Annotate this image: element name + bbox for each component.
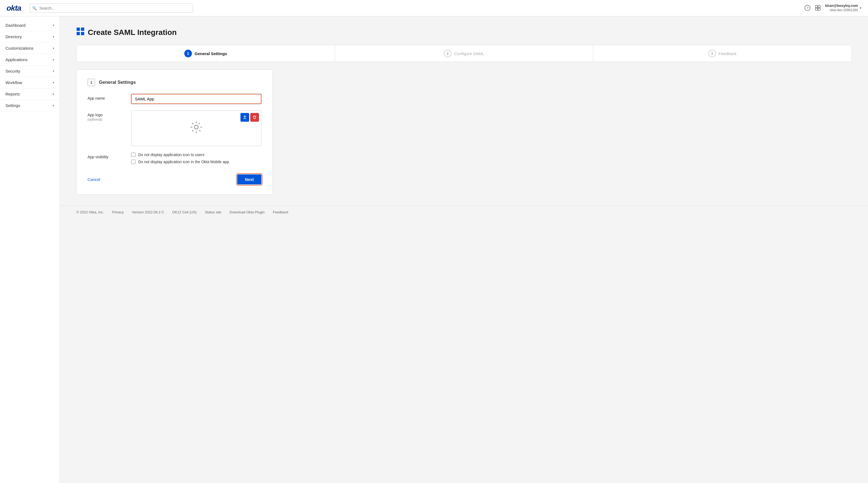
chevron-down-icon: ▾ xyxy=(53,81,54,85)
sidebar-item-reports[interactable]: Reports ▾ xyxy=(0,88,60,100)
sidebar-label-reports: Reports xyxy=(5,92,20,96)
svg-rect-2 xyxy=(815,5,817,8)
logo-upload-control xyxy=(131,111,261,146)
optional-text: (optional) xyxy=(88,117,102,121)
visibility-option-2-row: Do not display application icon in the O… xyxy=(131,160,261,164)
visibility-checkbox-1[interactable] xyxy=(131,152,135,157)
svg-rect-7 xyxy=(81,28,84,31)
chevron-down-icon: ▾ xyxy=(53,24,54,27)
svg-rect-6 xyxy=(76,28,80,31)
section-title: General Settings xyxy=(99,80,136,85)
user-chevron-icon: ▾ xyxy=(860,6,862,10)
form-card: 1 General Settings App name App logo (op… xyxy=(76,69,273,195)
topnav-right: ? kiran@boxyhq.com okta-dev-20901260 ▾ xyxy=(804,4,862,12)
user-email: kiran@boxyhq.com xyxy=(825,4,858,8)
visibility-checkbox-2[interactable] xyxy=(131,160,135,164)
wizard-step-1[interactable]: 1 General Settings xyxy=(76,45,335,62)
grid-icon-button[interactable] xyxy=(815,5,821,11)
sidebar-item-security[interactable]: Security ▾ xyxy=(0,65,60,77)
cancel-button[interactable]: Cancel xyxy=(88,177,100,182)
app-logo-label: App logo (optional) xyxy=(88,111,126,121)
main-layout: Dashboard ▾ Directory ▾ Customizations ▾… xyxy=(0,0,868,483)
app-name-row: App name xyxy=(88,94,261,104)
sidebar-label-customizations: Customizations xyxy=(5,46,34,51)
chevron-down-icon: ▾ xyxy=(53,104,54,108)
okta-logo: okta xyxy=(6,4,21,12)
footer-download-link[interactable]: Download Okta Plugin xyxy=(229,210,265,214)
app-visibility-row: App visibility Do not display applicatio… xyxy=(88,152,261,167)
footer-copyright: © 2022 Okta, Inc. xyxy=(76,210,104,214)
sidebar-label-settings: Settings xyxy=(5,103,20,108)
visibility-option-1-label: Do not display application icon to users xyxy=(138,152,205,157)
chevron-down-icon: ▾ xyxy=(53,69,54,73)
footer-feedback-link[interactable]: Feedback xyxy=(273,210,288,214)
step-2-label: Configure SAML xyxy=(454,51,484,56)
user-menu[interactable]: kiran@boxyhq.com okta-dev-20901260 ▾ xyxy=(825,4,862,12)
search-bar: 🔍 xyxy=(29,4,193,13)
wizard-step-2[interactable]: 2 Configure SAML xyxy=(335,45,593,62)
app-logo-row: App logo (optional) xyxy=(88,111,261,146)
sidebar-label-workflow: Workflow xyxy=(5,80,22,85)
next-button[interactable]: Next xyxy=(237,174,261,184)
logo-upload-area xyxy=(131,111,261,146)
svg-rect-4 xyxy=(815,8,817,10)
sidebar-item-customizations[interactable]: Customizations ▾ xyxy=(0,42,60,54)
sidebar-item-dashboard[interactable]: Dashboard ▾ xyxy=(0,20,60,31)
sidebar-item-settings[interactable]: Settings ▾ xyxy=(0,100,60,111)
sidebar-item-workflow[interactable]: Workflow ▾ xyxy=(0,77,60,88)
wizard-step-3[interactable]: 3 Feedback xyxy=(593,45,851,62)
page-header: Create SAML Integration xyxy=(76,27,851,37)
svg-rect-8 xyxy=(76,32,80,35)
gear-icon xyxy=(190,121,202,136)
action-row: Cancel Next xyxy=(88,174,261,184)
chevron-down-icon: ▾ xyxy=(53,35,54,39)
sidebar-item-directory[interactable]: Directory ▾ xyxy=(0,31,60,42)
footer-version: Version 2022.06.2 C xyxy=(132,210,164,214)
step-3-label: Feedback xyxy=(719,51,737,56)
sidebar-label-security: Security xyxy=(5,69,20,74)
svg-rect-9 xyxy=(81,32,84,35)
app-visibility-label: App visibility xyxy=(88,152,126,159)
footer-privacy-link[interactable]: Privacy xyxy=(112,210,124,214)
step-3-number: 3 xyxy=(708,50,716,57)
chevron-down-icon: ▾ xyxy=(53,92,54,96)
search-icon: 🔍 xyxy=(32,6,37,10)
svg-text:?: ? xyxy=(806,6,808,10)
step-2-number: 2 xyxy=(444,50,452,57)
logo-delete-button[interactable] xyxy=(250,113,259,122)
app-name-label: App name xyxy=(88,94,126,101)
form-card-header: 1 General Settings xyxy=(88,79,261,86)
main-content: Create SAML Integration 1 General Settin… xyxy=(60,17,868,483)
svg-rect-5 xyxy=(818,8,820,10)
visibility-option-1-row: Do not display application icon to users xyxy=(131,152,261,157)
logo-upload-button[interactable] xyxy=(241,113,249,122)
sidebar: Dashboard ▾ Directory ▾ Customizations ▾… xyxy=(0,17,60,483)
user-org: okta-dev-20901260 xyxy=(825,8,858,12)
wizard-steps: 1 General Settings 2 Configure SAML 3 Fe… xyxy=(76,45,851,62)
section-number: 1 xyxy=(88,79,95,86)
step-1-number: 1 xyxy=(184,50,192,57)
sidebar-item-applications[interactable]: Applications ▾ xyxy=(0,54,60,65)
footer-status-link[interactable]: Status site xyxy=(205,210,221,214)
chevron-down-icon: ▾ xyxy=(53,47,54,50)
svg-rect-3 xyxy=(818,5,820,8)
svg-point-10 xyxy=(194,125,198,129)
visibility-options: Do not display application icon to users… xyxy=(131,152,261,167)
chevron-down-icon: ▾ xyxy=(53,58,54,62)
top-navigation: okta 🔍 ? kiran@boxyhq.com okta-dev-20901… xyxy=(0,0,868,17)
sidebar-label-directory: Directory xyxy=(5,34,22,39)
help-button[interactable]: ? xyxy=(804,5,810,11)
saml-icon xyxy=(76,27,85,37)
step-1-label: General Settings xyxy=(195,51,227,56)
app-name-input[interactable] xyxy=(131,94,261,104)
page-title: Create SAML Integration xyxy=(88,28,177,37)
sidebar-label-applications: Applications xyxy=(5,57,28,62)
footer-cell: OK12 Cell (US) xyxy=(172,210,197,214)
sidebar-label-dashboard: Dashboard xyxy=(5,23,25,28)
logo-upload-buttons xyxy=(241,113,259,122)
search-input[interactable] xyxy=(29,4,193,13)
app-name-control xyxy=(131,94,261,104)
footer: © 2022 Okta, Inc. Privacy Version 2022.0… xyxy=(60,205,868,219)
visibility-option-2-label: Do not display application icon in the O… xyxy=(138,160,229,164)
